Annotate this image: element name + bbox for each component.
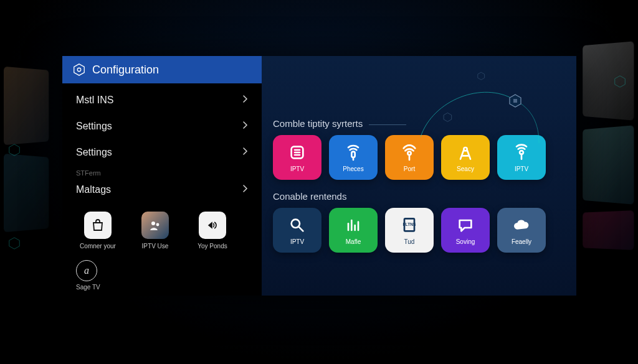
tile-label: Pheces (343, 166, 363, 172)
panel-title: Configuration (92, 63, 159, 77)
bg-tile (4, 67, 49, 145)
app-label: IPTV Use (142, 243, 169, 250)
sidebar-menu: Mstl INS Settings Settings (62, 83, 262, 203)
mic2-icon (512, 142, 531, 162)
tile-label: Mafle (346, 238, 361, 245)
app-comner[interactable]: Comner your (76, 212, 120, 250)
chevron-right-icon (242, 147, 248, 158)
tile-label: Port (404, 166, 415, 172)
tile-iptv3[interactable]: IPTV (273, 208, 321, 253)
menu-item-label: Mstl INS (76, 95, 113, 106)
app-row: Comner your IPTV Use Yoy Ponds (62, 203, 262, 250)
settings-panel: Configuration Mstl INS Settings Settings (62, 56, 576, 296)
list-icon (287, 142, 307, 162)
hex-icon (7, 143, 21, 157)
bg-tile (4, 154, 49, 232)
sage-ring-icon: a (76, 260, 97, 281)
tile-iptv2[interactable]: IPTV (497, 135, 546, 180)
document-icon: FLTNS (399, 215, 419, 235)
svg-rect-15 (351, 152, 355, 157)
menu-item-label: Settings (76, 147, 112, 158)
svg-point-6 (156, 223, 160, 226)
tile-soving[interactable]: Soving (441, 208, 490, 253)
menu-item-settings-1[interactable]: Settings (62, 113, 262, 139)
bg-tile (583, 210, 634, 250)
tile-port[interactable]: Port (385, 135, 434, 180)
hex-icon (613, 75, 627, 88)
tile-label: IPTV (515, 166, 528, 172)
tile-label: Soving (456, 238, 475, 245)
menu-item-label: Maltags (76, 184, 111, 195)
shopping-bag-icon (84, 212, 112, 239)
tile-label: IPTV (290, 166, 304, 172)
menu-item-label: Settings (76, 121, 112, 132)
tile-label: Feaelly (512, 238, 531, 245)
people-photo-icon (141, 212, 169, 239)
svg-marker-3 (74, 64, 85, 75)
sound-icon (199, 212, 226, 239)
svg-marker-0 (9, 144, 20, 156)
tile-label: Tud (404, 238, 415, 245)
menu-item-settings-2[interactable]: Settings (62, 139, 262, 166)
cloud-icon (512, 215, 531, 235)
tile-label: IPTV (290, 238, 304, 245)
search-icon (287, 215, 307, 235)
svg-point-5 (151, 222, 155, 225)
chevron-right-icon (242, 121, 248, 132)
tile-feaelly[interactable]: Feaelly (497, 208, 546, 253)
tile-row-2: IPTV Mafle FLTNS Tud Soving Feaelly (273, 208, 565, 253)
tile-row-1: IPTV Pheces Port Seacy IPTV (273, 135, 565, 180)
tile-seacy[interactable]: Seacy (441, 135, 490, 180)
titlebar: Configuration (62, 56, 262, 83)
menu-subheader: STFerm (62, 166, 262, 177)
svg-marker-1 (9, 238, 20, 249)
svg-marker-2 (615, 76, 626, 87)
svg-text:FLTNS: FLTNS (403, 222, 417, 226)
sage-tv-button[interactable]: a Sage TV (62, 250, 262, 291)
mic-icon (343, 142, 363, 162)
section-title-2: Conable rentends (273, 191, 565, 202)
divider-line (369, 124, 406, 125)
sage-label: Sage TV (76, 284, 100, 291)
tile-tud[interactable]: FLTNS Tud (385, 208, 434, 253)
content-pane: Comble tiptity syrterts IPTV Pheces Port (262, 56, 576, 296)
chevron-right-icon (242, 95, 248, 106)
svg-line-24 (299, 227, 303, 231)
compass-icon (455, 142, 475, 162)
chevron-right-icon (242, 184, 248, 195)
section-title-1: Comble tiptity syrterts (273, 118, 565, 129)
app-yoy-ponds[interactable]: Yoy Ponds (191, 212, 234, 250)
sidebar: Configuration Mstl INS Settings Settings (62, 56, 262, 296)
config-hex-icon (72, 63, 86, 77)
tile-mafle[interactable]: Mafle (329, 208, 378, 253)
app-label: Comner your (80, 243, 116, 250)
menu-item-mstl[interactable]: Mstl INS (62, 87, 262, 113)
app-iptv-use[interactable]: IPTV Use (133, 212, 177, 250)
svg-rect-8 (513, 99, 517, 103)
svg-marker-10 (478, 72, 485, 80)
bars-icon (343, 215, 363, 235)
menu-item-maltags[interactable]: Maltags (62, 177, 262, 203)
chat-icon (455, 215, 475, 235)
svg-marker-7 (510, 95, 521, 107)
svg-point-4 (77, 68, 81, 72)
bg-tile (583, 125, 634, 204)
app-stage: Configuration Mstl INS Settings Settings (0, 0, 638, 364)
app-label: Yoy Ponds (198, 243, 227, 250)
antenna-icon (399, 142, 419, 162)
tile-label: Seacy (457, 166, 474, 172)
tile-iptv[interactable]: IPTV (273, 135, 321, 180)
hex-icon (7, 236, 21, 250)
tile-pheces[interactable]: Pheces (329, 135, 378, 180)
